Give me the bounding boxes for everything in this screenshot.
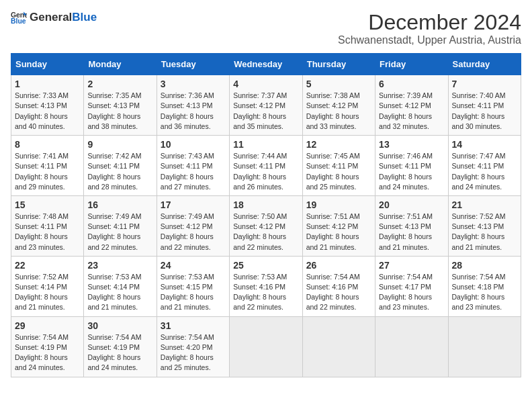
- day-info: Sunrise: 7:52 AMSunset: 4:13 PMDaylight:…: [452, 212, 517, 253]
- logo-general: General: [30, 11, 72, 24]
- main-title: December 2024: [338, 11, 521, 34]
- day-info: Sunrise: 7:51 AMSunset: 4:13 PMDaylight:…: [379, 212, 444, 253]
- day-number: 26: [306, 260, 371, 271]
- day-number: 18: [233, 199, 298, 210]
- day-number: 21: [452, 199, 517, 210]
- calendar-cell: 16Sunrise: 7:49 AMSunset: 4:11 PMDayligh…: [84, 195, 157, 256]
- calendar-header: SundayMondayTuesdayWednesdayThursdayFrid…: [11, 54, 521, 75]
- calendar-cell: 6Sunrise: 7:39 AMSunset: 4:12 PMDaylight…: [375, 75, 448, 136]
- day-number: 29: [15, 320, 80, 331]
- calendar-cell: 15Sunrise: 7:48 AMSunset: 4:11 PMDayligh…: [11, 195, 84, 256]
- day-info: Sunrise: 7:50 AMSunset: 4:12 PMDaylight:…: [233, 212, 298, 253]
- logo-icon: General Blue: [11, 11, 27, 24]
- calendar-cell: [302, 316, 375, 377]
- day-info: Sunrise: 7:54 AMSunset: 4:16 PMDaylight:…: [306, 272, 371, 313]
- day-info: Sunrise: 7:54 AMSunset: 4:18 PMDaylight:…: [452, 272, 517, 313]
- calendar-cell: 7Sunrise: 7:40 AMSunset: 4:11 PMDaylight…: [448, 75, 521, 136]
- header-saturday: Saturday: [448, 54, 521, 75]
- day-info: Sunrise: 7:47 AMSunset: 4:11 PMDaylight:…: [452, 151, 517, 192]
- day-info: Sunrise: 7:43 AMSunset: 4:11 PMDaylight:…: [161, 151, 226, 192]
- day-number: 25: [233, 260, 298, 271]
- day-info: Sunrise: 7:46 AMSunset: 4:11 PMDaylight:…: [379, 151, 444, 192]
- day-info: Sunrise: 7:49 AMSunset: 4:11 PMDaylight:…: [87, 212, 152, 253]
- title-area: December 2024 Schwanenstadt, Upper Austr…: [338, 11, 521, 46]
- calendar-cell: 3Sunrise: 7:36 AMSunset: 4:13 PMDaylight…: [157, 75, 229, 136]
- calendar-cell: 29Sunrise: 7:54 AMSunset: 4:19 PMDayligh…: [11, 316, 84, 377]
- logo: General Blue General Blue: [11, 11, 97, 24]
- day-number: 27: [379, 260, 444, 271]
- header-sunday: Sunday: [11, 54, 84, 75]
- header-tuesday: Tuesday: [157, 54, 229, 75]
- calendar-cell: 21Sunrise: 7:52 AMSunset: 4:13 PMDayligh…: [448, 195, 521, 256]
- calendar-cell: [448, 316, 521, 377]
- header-thursday: Thursday: [302, 54, 375, 75]
- calendar-cell: 9Sunrise: 7:42 AMSunset: 4:11 PMDaylight…: [84, 136, 157, 196]
- calendar-cell: 30Sunrise: 7:54 AMSunset: 4:19 PMDayligh…: [84, 316, 157, 377]
- calendar-cell: 17Sunrise: 7:49 AMSunset: 4:12 PMDayligh…: [157, 195, 229, 256]
- day-info: Sunrise: 7:33 AMSunset: 4:13 PMDaylight:…: [15, 91, 80, 132]
- day-number: 3: [161, 79, 226, 89]
- day-number: 6: [379, 79, 444, 89]
- day-number: 5: [306, 79, 371, 89]
- calendar-cell: 24Sunrise: 7:53 AMSunset: 4:15 PMDayligh…: [157, 256, 229, 316]
- day-info: Sunrise: 7:53 AMSunset: 4:15 PMDaylight:…: [161, 272, 226, 313]
- calendar-table: SundayMondayTuesdayWednesdayThursdayFrid…: [11, 53, 521, 377]
- day-number: 17: [161, 199, 226, 210]
- calendar-cell: 18Sunrise: 7:50 AMSunset: 4:12 PMDayligh…: [230, 195, 302, 256]
- day-info: Sunrise: 7:41 AMSunset: 4:11 PMDaylight:…: [15, 151, 80, 192]
- day-info: Sunrise: 7:35 AMSunset: 4:13 PMDaylight:…: [87, 91, 152, 132]
- day-info: Sunrise: 7:54 AMSunset: 4:19 PMDaylight:…: [15, 332, 80, 373]
- day-info: Sunrise: 7:54 AMSunset: 4:17 PMDaylight:…: [379, 272, 444, 313]
- day-info: Sunrise: 7:54 AMSunset: 4:20 PMDaylight:…: [161, 332, 226, 373]
- day-info: Sunrise: 7:40 AMSunset: 4:11 PMDaylight:…: [452, 91, 517, 132]
- day-number: 8: [15, 139, 80, 150]
- header-monday: Monday: [84, 54, 157, 75]
- day-number: 2: [87, 79, 152, 89]
- day-number: 14: [452, 139, 517, 150]
- header-friday: Friday: [375, 54, 448, 75]
- logo-blue: Blue: [72, 11, 97, 24]
- calendar-cell: 10Sunrise: 7:43 AMSunset: 4:11 PMDayligh…: [157, 136, 229, 196]
- day-number: 15: [15, 199, 80, 210]
- day-info: Sunrise: 7:37 AMSunset: 4:12 PMDaylight:…: [233, 91, 298, 132]
- day-number: 24: [161, 260, 226, 271]
- day-info: Sunrise: 7:51 AMSunset: 4:12 PMDaylight:…: [306, 212, 371, 253]
- day-number: 16: [87, 199, 152, 210]
- day-info: Sunrise: 7:45 AMSunset: 4:11 PMDaylight:…: [306, 151, 371, 192]
- subtitle: Schwanenstadt, Upper Austria, Austria: [338, 34, 521, 46]
- calendar-cell: 28Sunrise: 7:54 AMSunset: 4:18 PMDayligh…: [448, 256, 521, 316]
- calendar-cell: 22Sunrise: 7:52 AMSunset: 4:14 PMDayligh…: [11, 256, 84, 316]
- day-number: 7: [452, 79, 517, 89]
- calendar-cell: 27Sunrise: 7:54 AMSunset: 4:17 PMDayligh…: [375, 256, 448, 316]
- day-info: Sunrise: 7:48 AMSunset: 4:11 PMDaylight:…: [15, 212, 80, 253]
- day-info: Sunrise: 7:39 AMSunset: 4:12 PMDaylight:…: [379, 91, 444, 132]
- day-number: 23: [87, 260, 152, 271]
- calendar-cell: 23Sunrise: 7:53 AMSunset: 4:14 PMDayligh…: [84, 256, 157, 316]
- calendar-cell: 20Sunrise: 7:51 AMSunset: 4:13 PMDayligh…: [375, 195, 448, 256]
- header-wednesday: Wednesday: [230, 54, 302, 75]
- calendar-cell: 11Sunrise: 7:44 AMSunset: 4:11 PMDayligh…: [230, 136, 302, 196]
- day-info: Sunrise: 7:38 AMSunset: 4:12 PMDaylight:…: [306, 91, 371, 132]
- calendar-cell: 13Sunrise: 7:46 AMSunset: 4:11 PMDayligh…: [375, 136, 448, 196]
- svg-text:Blue: Blue: [11, 17, 26, 24]
- calendar-cell: [375, 316, 448, 377]
- calendar-cell: 1Sunrise: 7:33 AMSunset: 4:13 PMDaylight…: [11, 75, 84, 136]
- calendar-cell: [230, 316, 302, 377]
- day-number: 22: [15, 260, 80, 271]
- calendar-cell: 25Sunrise: 7:53 AMSunset: 4:16 PMDayligh…: [230, 256, 302, 316]
- day-info: Sunrise: 7:52 AMSunset: 4:14 PMDaylight:…: [15, 272, 80, 313]
- day-number: 9: [87, 139, 152, 150]
- header: General Blue General Blue December 2024 …: [11, 11, 521, 46]
- day-info: Sunrise: 7:36 AMSunset: 4:13 PMDaylight:…: [161, 91, 226, 132]
- calendar-cell: 12Sunrise: 7:45 AMSunset: 4:11 PMDayligh…: [302, 136, 375, 196]
- calendar-cell: 5Sunrise: 7:38 AMSunset: 4:12 PMDaylight…: [302, 75, 375, 136]
- calendar-cell: 31Sunrise: 7:54 AMSunset: 4:20 PMDayligh…: [157, 316, 229, 377]
- calendar-cell: 14Sunrise: 7:47 AMSunset: 4:11 PMDayligh…: [448, 136, 521, 196]
- day-number: 13: [379, 139, 444, 150]
- day-info: Sunrise: 7:44 AMSunset: 4:11 PMDaylight:…: [233, 151, 298, 192]
- day-number: 28: [452, 260, 517, 271]
- day-number: 31: [161, 320, 226, 331]
- day-number: 1: [15, 79, 80, 89]
- day-number: 20: [379, 199, 444, 210]
- calendar-cell: 19Sunrise: 7:51 AMSunset: 4:12 PMDayligh…: [302, 195, 375, 256]
